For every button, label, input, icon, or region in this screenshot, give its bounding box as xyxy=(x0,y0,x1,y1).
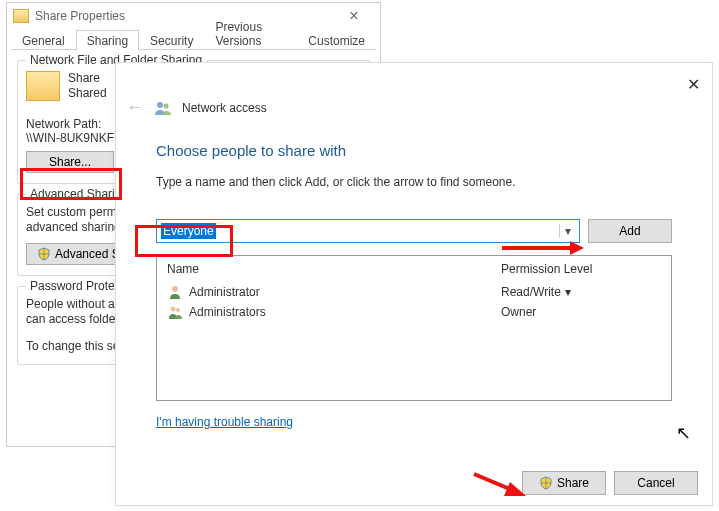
svg-point-0 xyxy=(157,102,163,108)
cursor-icon: ↖ xyxy=(676,422,691,444)
tab-security[interactable]: Security xyxy=(139,30,204,50)
row-name: Administrator xyxy=(189,285,260,299)
people-combobox[interactable]: Everyone ▾ xyxy=(156,219,580,243)
cancel-button[interactable]: Cancel xyxy=(614,471,698,495)
people-icon xyxy=(154,100,172,116)
svg-point-3 xyxy=(171,307,176,312)
close-icon[interactable]: ✕ xyxy=(687,75,700,94)
caret-down-icon[interactable]: ▾ xyxy=(565,285,571,299)
back-icon[interactable]: ← xyxy=(126,97,144,118)
trouble-sharing-link[interactable]: I'm having trouble sharing xyxy=(156,415,293,429)
row-permission: Owner xyxy=(501,305,536,319)
svg-point-2 xyxy=(172,286,178,292)
chevron-down-icon[interactable]: ▾ xyxy=(559,224,575,238)
table-row[interactable]: Administrators Owner xyxy=(157,302,671,322)
network-access-dialog: ✕ ← Network access Choose people to shar… xyxy=(115,62,713,506)
people-combobox-value: Everyone xyxy=(161,223,216,239)
user-icon xyxy=(167,284,183,300)
row-name: Administrators xyxy=(189,305,266,319)
share-confirm-button[interactable]: Share xyxy=(522,471,606,495)
dialog-title: Network access xyxy=(182,101,267,115)
row-permission: Read/Write xyxy=(501,285,561,299)
tab-customize[interactable]: Customize xyxy=(297,30,376,50)
col-permission[interactable]: Permission Level xyxy=(501,262,661,276)
titlebar[interactable]: Share Properties × xyxy=(7,3,380,29)
tab-sharing[interactable]: Sharing xyxy=(76,30,139,50)
shield-icon xyxy=(539,476,553,490)
group-icon xyxy=(167,304,183,320)
folder-icon xyxy=(26,71,60,101)
add-button[interactable]: Add xyxy=(588,219,672,243)
page-subtext: Type a name and then click Add, or click… xyxy=(156,175,672,189)
page-heading: Choose people to share with xyxy=(156,142,672,159)
svg-point-4 xyxy=(176,308,180,312)
table-row[interactable]: Administrator Read/Write ▾ xyxy=(157,282,671,302)
folder-icon xyxy=(13,9,29,23)
shield-icon xyxy=(37,247,51,261)
svg-point-1 xyxy=(164,103,169,108)
tabstrip: General Sharing Security Previous Versio… xyxy=(11,29,376,50)
tab-general[interactable]: General xyxy=(11,30,76,50)
col-name[interactable]: Name xyxy=(167,262,501,276)
table-header: Name Permission Level xyxy=(157,256,671,282)
share-confirm-label: Share xyxy=(557,476,589,490)
permission-table: Name Permission Level Administrator Read… xyxy=(156,255,672,401)
close-icon[interactable]: × xyxy=(334,7,374,25)
tab-previous-versions[interactable]: Previous Versions xyxy=(204,16,297,50)
share-button[interactable]: Share... xyxy=(26,151,114,173)
